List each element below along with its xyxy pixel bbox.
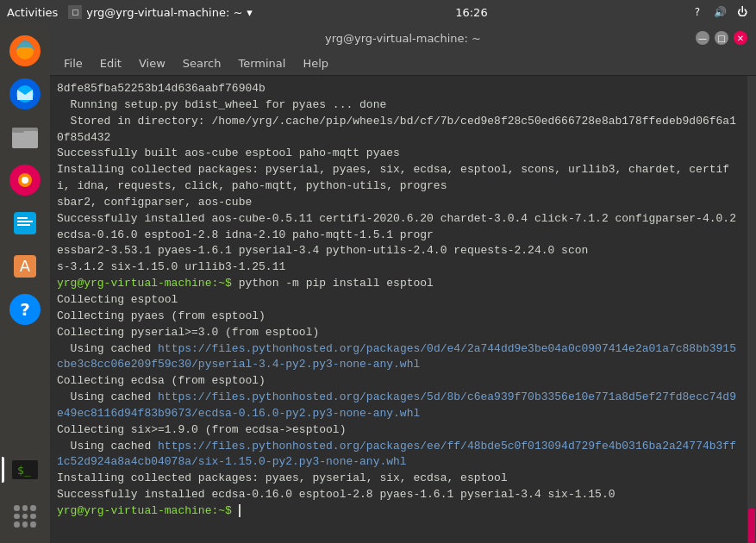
- sidebar-icon-libreoffice[interactable]: [5, 203, 45, 243]
- svg-text:$_: $_: [17, 464, 31, 477]
- minimize-button[interactable]: —: [696, 31, 709, 45]
- terminal-taskbar-icon: ▢: [68, 5, 82, 19]
- power-icon[interactable]: ⏻: [735, 5, 749, 19]
- menu-file[interactable]: File: [57, 55, 90, 72]
- sidebar-icon-help[interactable]: ?: [5, 290, 45, 329]
- terminal-line: Using cached https://files.pythonhosted.…: [57, 439, 740, 471]
- svg-rect-13: [17, 224, 30, 226]
- sidebar-icon-software[interactable]: A: [5, 247, 45, 286]
- app-sidebar: A ? $_: [0, 24, 50, 543]
- terminal-line: Successfully built aos-cube esptool paho…: [57, 146, 740, 162]
- system-tray: ? 🔊 ⏻: [690, 5, 749, 19]
- sidebar-icon-rhythmbox[interactable]: [5, 160, 45, 200]
- window-title-bar: yrg@yrg-virtual-machine: ~ — □ ✕: [50, 24, 756, 52]
- menu-help[interactable]: Help: [296, 55, 335, 72]
- maximize-button[interactable]: □: [715, 31, 728, 45]
- terminal-line: Collecting six>=1.9.0 (from ecdsa->espto…: [57, 422, 740, 439]
- terminal-dropdown-arrow[interactable]: ▾: [247, 6, 253, 19]
- main-window: A ? $_ yrg@yrg-vi: [0, 24, 756, 543]
- menu-edit[interactable]: Edit: [93, 55, 128, 72]
- menu-terminal[interactable]: Terminal: [231, 55, 292, 72]
- terminal-cmd: python -m pip install esptool: [232, 277, 434, 290]
- menu-search[interactable]: Search: [176, 55, 228, 72]
- window-controls: — □ ✕: [696, 31, 747, 45]
- svg-text:?: ?: [20, 299, 30, 320]
- terminal-line: Collecting esptool: [57, 292, 740, 309]
- terminal-prompt-line-2: yrg@yrg-virtual-machine:~$: [57, 503, 740, 520]
- terminal-cursor: [232, 504, 247, 517]
- help-icon: ?: [7, 291, 43, 328]
- terminal-content[interactable]: 8dfe85fba52253b14d636aabf76904b Running …: [50, 76, 747, 543]
- terminal-app-icon: $_: [7, 452, 43, 488]
- terminal-line: Successfully installed ecdsa-0.16.0 espt…: [57, 487, 740, 503]
- sidebar-icon-files[interactable]: [5, 117, 45, 157]
- system-clock[interactable]: 16:26: [455, 6, 487, 19]
- system-bar-left: Activities ▢ yrg@yrg-virtual-machine: ~ …: [7, 5, 253, 19]
- sidebar-icon-firefox[interactable]: [5, 31, 45, 71]
- terminal-line: 8dfe85fba52253b14d636aabf76904b: [57, 81, 740, 97]
- terminal-line: Successfully installed aos-cube-0.5.11 c…: [57, 211, 740, 276]
- terminal-line: Installing collected packages: pyserial,…: [57, 162, 740, 211]
- menu-bar: File Edit View Search Terminal Help: [50, 52, 756, 76]
- software-icon: A: [7, 248, 43, 284]
- thunderbird-icon: [7, 76, 43, 112]
- sidebar-icon-thunderbird[interactable]: [5, 74, 45, 114]
- svg-rect-6: [12, 128, 24, 133]
- terminal-line: Collecting ecdsa (from esptool): [57, 373, 740, 390]
- files-icon: [7, 119, 43, 155]
- rhythmbox-icon: [7, 162, 43, 198]
- libreoffice-icon: [7, 205, 43, 241]
- terminal-window: yrg@yrg-virtual-machine: ~ — □ ✕ File Ed…: [50, 24, 756, 543]
- terminal-line: Running setup.py bdist_wheel for pyaes .…: [57, 97, 740, 114]
- sidebar-icon-terminal[interactable]: $_: [5, 450, 45, 490]
- terminal-line: Collecting pyaes (from esptool): [57, 309, 740, 325]
- svg-text:A: A: [20, 257, 31, 275]
- menu-view[interactable]: View: [132, 55, 172, 72]
- scrollbar-thumb[interactable]: [748, 509, 755, 543]
- system-bar: Activities ▢ yrg@yrg-virtual-machine: ~ …: [0, 0, 756, 24]
- question-icon[interactable]: ?: [690, 5, 704, 19]
- close-button[interactable]: ✕: [734, 31, 747, 45]
- terminal-line: Installing collected packages: pyaes, py…: [57, 471, 740, 487]
- terminal-prompt-line: yrg@yrg-virtual-machine:~$ python -m pip…: [57, 276, 740, 292]
- svg-rect-5: [12, 131, 38, 148]
- volume-icon[interactable]: 🔊: [713, 5, 727, 19]
- apps-grid-icon: [7, 498, 43, 534]
- sidebar-icon-apps[interactable]: [5, 496, 45, 536]
- terminal-line: Using cached https://files.pythonhosted.…: [57, 341, 740, 374]
- terminal-taskbar-label: yrg@yrg-virtual-machine: ~: [86, 6, 242, 19]
- svg-rect-12: [17, 221, 33, 222]
- svg-rect-10: [14, 212, 36, 234]
- terminal-line: Stored in directory: /home/yrg/.cache/pi…: [57, 114, 740, 147]
- activities-button[interactable]: Activities: [7, 6, 58, 19]
- svg-point-9: [22, 177, 28, 184]
- svg-rect-11: [17, 217, 28, 219]
- terminal-prompt: yrg@yrg-virtual-machine:~$: [57, 277, 232, 290]
- terminal-indicator[interactable]: ▢ yrg@yrg-virtual-machine: ~ ▾: [68, 5, 253, 19]
- window-title: yrg@yrg-virtual-machine: ~: [110, 32, 696, 45]
- terminal-prompt-2: yrg@yrg-virtual-machine:~$: [57, 504, 232, 517]
- terminal-line: Collecting pyserial>=3.0 (from esptool): [57, 325, 740, 341]
- terminal-wrapper: 8dfe85fba52253b14d636aabf76904b Running …: [50, 76, 756, 543]
- terminal-line: Using cached https://files.pythonhosted.…: [57, 390, 740, 422]
- scrollbar-track[interactable]: [747, 76, 756, 543]
- firefox-icon: [7, 33, 43, 69]
